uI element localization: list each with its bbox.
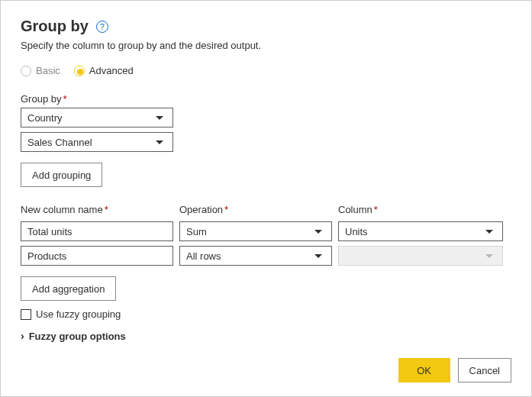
group-by-dialog: Group by ? Specify the column to group b…: [1, 1, 531, 356]
column-header: Column*: [338, 204, 503, 215]
chevron-down-icon: [314, 254, 322, 258]
group-by-value-1: Sales Channel: [27, 137, 92, 148]
new-column-name-input-0[interactable]: [21, 221, 173, 241]
radio-icon: [21, 66, 31, 76]
new-column-name-header: New column name*: [21, 204, 173, 215]
chevron-down-icon: [314, 230, 322, 234]
radio-icon: [74, 66, 85, 76]
cancel-button[interactable]: Cancel: [458, 358, 511, 382]
dialog-subtitle: Specify the column to group by and the d…: [21, 40, 511, 51]
aggregation-row: All rows: [21, 246, 511, 266]
chevron-down-icon: [485, 254, 493, 258]
use-fuzzy-grouping-label: Use fuzzy grouping: [36, 308, 121, 320]
chevron-down-icon: [485, 230, 493, 234]
ok-button[interactable]: OK: [398, 358, 450, 382]
column-select-1: [338, 246, 503, 266]
column-select-0[interactable]: Units: [338, 221, 503, 241]
use-fuzzy-grouping-checkbox[interactable]: Use fuzzy grouping: [21, 308, 511, 320]
fuzzy-group-options-expander[interactable]: › Fuzzy group options: [21, 331, 511, 342]
mode-basic-radio[interactable]: Basic: [21, 65, 60, 76]
mode-advanced-radio[interactable]: Advanced: [74, 65, 134, 76]
add-aggregation-button[interactable]: Add aggregation: [21, 276, 116, 301]
title-row: Group by ?: [21, 18, 511, 35]
chevron-right-icon: ›: [21, 331, 24, 341]
aggregation-headers: New column name* Operation* Column*: [21, 204, 511, 218]
group-by-value-0: Country: [27, 112, 63, 124]
dialog-footer: OK Cancel: [398, 358, 511, 382]
group-by-select-0[interactable]: Country: [21, 108, 173, 127]
fuzzy-group-options-label: Fuzzy group options: [29, 331, 126, 342]
chevron-down-icon: [156, 140, 163, 144]
add-grouping-button[interactable]: Add grouping: [21, 163, 102, 187]
mode-basic-label: Basic: [36, 65, 60, 76]
dialog-title: Group by: [21, 18, 89, 35]
group-by-label: Group by*: [21, 93, 511, 105]
operation-select-0[interactable]: Sum: [179, 221, 332, 241]
help-icon[interactable]: ?: [96, 21, 108, 33]
required-star: *: [63, 93, 66, 105]
new-column-name-input-1[interactable]: [21, 246, 173, 266]
operation-select-1[interactable]: All rows: [179, 246, 332, 266]
mode-advanced-label: Advanced: [89, 65, 134, 76]
mode-radio-group: Basic Advanced: [21, 65, 511, 76]
operation-header: Operation*: [179, 204, 332, 215]
chevron-down-icon: [156, 116, 163, 120]
aggregation-row: Sum Units: [21, 221, 511, 241]
checkbox-icon: [21, 309, 31, 320]
group-by-select-1[interactable]: Sales Channel: [21, 132, 173, 152]
group-by-section: Group by* Country Sales Channel: [21, 93, 511, 152]
